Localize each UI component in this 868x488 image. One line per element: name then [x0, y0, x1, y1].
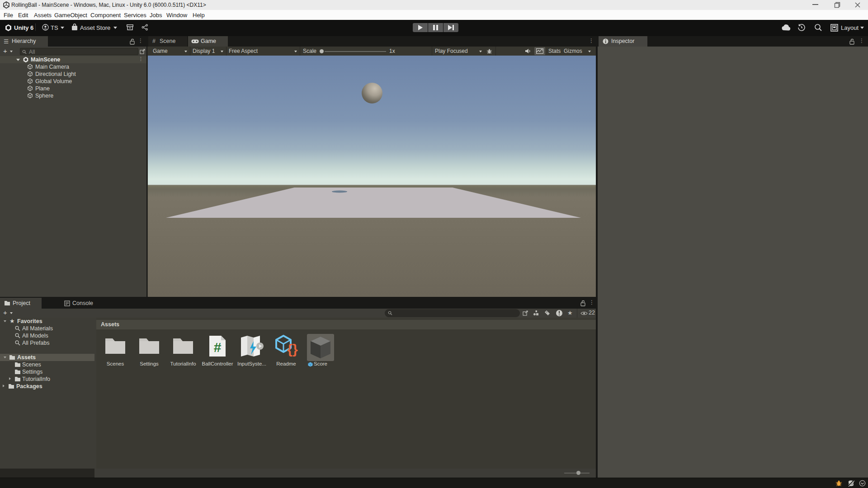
svg-text:{}: {}: [287, 342, 298, 357]
svg-text:#: #: [214, 340, 222, 355]
